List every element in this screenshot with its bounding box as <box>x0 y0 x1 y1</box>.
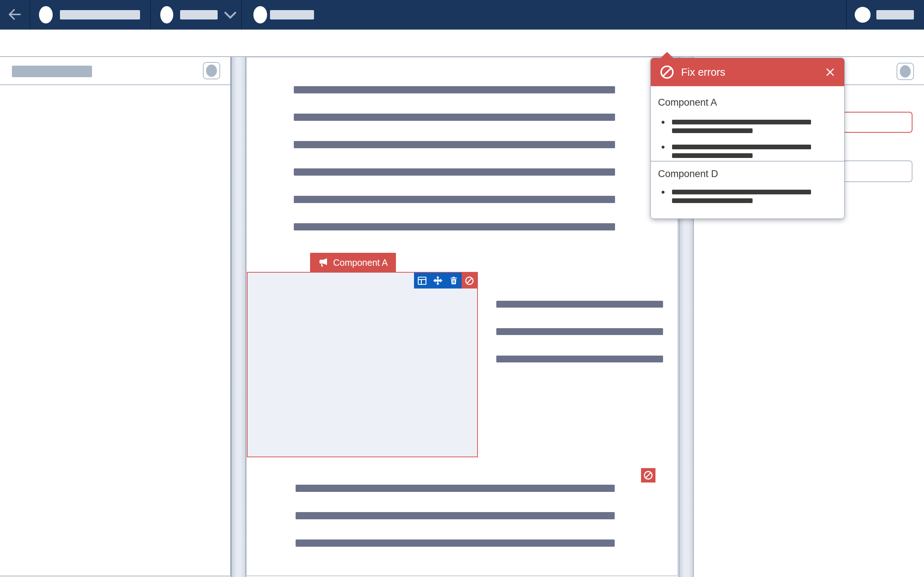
redacted-error-text <box>672 190 811 194</box>
component-move-button[interactable] <box>430 272 446 288</box>
redacted-error-text <box>672 153 753 158</box>
popover-section-divider <box>651 161 844 161</box>
top-navigation-bar <box>0 0 924 29</box>
redacted-text-line <box>496 328 663 335</box>
redacted-text-line <box>496 356 663 363</box>
bullet-dot <box>662 146 664 148</box>
topbar-divider <box>150 0 151 29</box>
builder-toolbar: Published - Modified 1 day ago Activate … <box>0 29 924 57</box>
page-canvas[interactable]: Component A <box>246 57 678 575</box>
component-delete-button[interactable] <box>446 272 462 288</box>
page-builder-app: Published - Modified 1 day ago Activate … <box>0 0 924 577</box>
topbar-divider <box>30 0 30 29</box>
avatar-placeholder <box>160 6 173 23</box>
redacted-error-text <box>672 120 811 124</box>
redacted-text-line <box>296 512 615 519</box>
redacted-user-text <box>876 10 914 19</box>
ban-icon <box>643 470 653 480</box>
selected-component-label-text: Component A <box>333 258 388 268</box>
chevron-down-icon <box>224 11 237 19</box>
redacted-page-text <box>270 10 314 19</box>
avatar-placeholder <box>39 6 53 23</box>
component-error-badge[interactable] <box>641 468 656 482</box>
redacted-text-line <box>294 141 615 148</box>
redacted-text-line <box>294 114 615 121</box>
back-arrow-icon <box>7 6 23 23</box>
redacted-text-line <box>296 485 615 492</box>
close-icon <box>825 67 835 77</box>
topbar-divider <box>241 0 242 29</box>
popover-title: Fix errors <box>681 66 725 78</box>
popover-pointer-nub <box>660 52 674 58</box>
left-panel-header <box>0 57 230 85</box>
avatar-placeholder <box>254 6 267 23</box>
redacted-error-text <box>672 145 811 149</box>
redacted-error-text <box>672 128 753 133</box>
redacted-text-line <box>496 301 663 308</box>
topbar-divider <box>846 0 847 29</box>
left-panel-collapse-button[interactable] <box>203 62 220 79</box>
selected-component-label: Component A <box>310 253 396 272</box>
user-avatar-placeholder <box>855 7 871 23</box>
layout-icon <box>417 276 427 285</box>
component-error-button[interactable] <box>462 272 477 288</box>
right-panel-collapse-button[interactable] <box>897 63 914 80</box>
redacted-text-line <box>294 223 615 230</box>
redacted-text-line <box>296 540 615 547</box>
redacted-menu-text <box>180 10 218 19</box>
error-section-heading: Component D <box>658 168 718 180</box>
bullet-dot <box>662 121 664 124</box>
megaphone-icon <box>318 257 329 268</box>
ban-icon <box>659 64 675 80</box>
left-scrollbar-track[interactable] <box>231 57 246 577</box>
move-icon <box>433 276 443 285</box>
bullet-dot <box>662 191 664 193</box>
component-action-bar <box>414 272 477 288</box>
ban-icon <box>465 276 474 285</box>
back-button[interactable] <box>6 6 24 24</box>
component-layout-button[interactable] <box>414 272 430 288</box>
redacted-text-line <box>294 86 615 93</box>
redacted-title-text <box>60 10 140 19</box>
left-components-panel <box>0 57 231 576</box>
redacted-text-line <box>294 168 615 176</box>
redacted-error-text <box>672 198 753 203</box>
redacted-panel-title <box>12 66 92 77</box>
panel-icon <box>206 64 217 77</box>
selected-component-region[interactable] <box>247 272 478 457</box>
redacted-text-line <box>294 196 615 203</box>
popover-header: Fix errors <box>651 58 844 86</box>
trash-icon <box>449 276 459 285</box>
panel-icon <box>900 65 911 77</box>
fix-errors-popover: Fix errors Component A Component D <box>650 58 845 219</box>
error-section-heading: Component A <box>658 97 717 108</box>
popover-close-button[interactable] <box>825 67 835 77</box>
